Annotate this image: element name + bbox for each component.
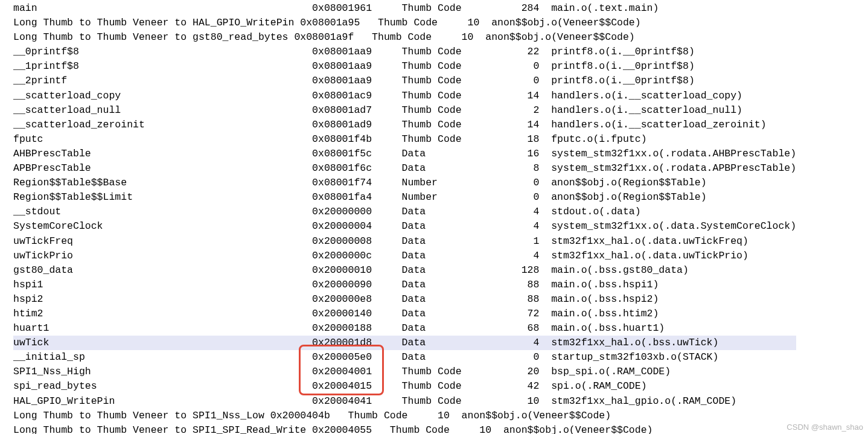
symbol-row: hspi2 0x200000e8 Data 88 main.o(.bss.hsp… bbox=[13, 292, 796, 307]
symbol-row: APBPrescTable 0x08001f6c Data 8 system_s… bbox=[13, 161, 796, 176]
symbol-row: htim2 0x20000140 Data 72 main.o(.bss.hti… bbox=[13, 307, 796, 321]
symbol-row: __scatterload_copy 0x08001ac9 Thumb Code… bbox=[13, 89, 796, 103]
symbol-row: huart1 0x20000188 Data 68 main.o(.bss.hu… bbox=[13, 321, 796, 336]
symbol-row: HAL_GPIO_WritePin 0x20004041 Thumb Code … bbox=[13, 394, 796, 409]
symbol-row: __scatterload_zeroinit 0x08001ad9 Thumb … bbox=[13, 118, 796, 132]
symbol-row: __2printf 0x08001aa9 Thumb Code 0 printf… bbox=[13, 74, 796, 88]
symbol-row: Long Thumb to Thumb Veneer to gst80_read… bbox=[13, 30, 796, 45]
symbol-row: fputc 0x08001f4b Thumb Code 18 fputc.o(i… bbox=[13, 132, 796, 147]
symbol-row: spi_read_bytes 0x20004015 Thumb Code 42 … bbox=[13, 379, 796, 394]
symbol-row: __initial_sp 0x200005e0 Data 0 startup_s… bbox=[13, 350, 796, 365]
symbol-row: Long Thumb to Thumb Veneer to SPI1_Nss_L… bbox=[13, 409, 796, 423]
symbol-row: main 0x08001961 Thumb Code 284 main.o(.t… bbox=[13, 1, 796, 16]
symbol-row: Long Thumb to Thumb Veneer to SPI1_SPI_R… bbox=[13, 423, 796, 434]
symbol-row: gst80_data 0x20000010 Data 128 main.o(.b… bbox=[13, 263, 796, 278]
symbol-row: Long Thumb to Thumb Veneer to HAL_GPIO_W… bbox=[13, 16, 796, 30]
symbol-row: __1printf$8 0x08001aa9 Thumb Code 0 prin… bbox=[13, 59, 796, 74]
symbol-row: uwTick 0x200001d8 Data 4 stm32f1xx_hal.o… bbox=[13, 336, 796, 350]
map-file-view: main 0x08001961 Thumb Code 284 main.o(.t… bbox=[0, 0, 868, 434]
symbol-row: __stdout 0x20000000 Data 4 stdout.o(.dat… bbox=[13, 205, 796, 219]
symbol-row: SPI1_Nss_High 0x20004001 Thumb Code 20 b… bbox=[13, 365, 796, 379]
watermark-text: CSDN @shawn_shao bbox=[787, 423, 863, 432]
symbol-row: uwTickPrio 0x2000000c Data 4 stm32f1xx_h… bbox=[13, 249, 796, 263]
symbol-row: uwTickFreq 0x20000008 Data 1 stm32f1xx_h… bbox=[13, 234, 796, 249]
symbol-listing: main 0x08001961 Thumb Code 284 main.o(.t… bbox=[13, 1, 796, 434]
symbol-row: Region$$Table$$Limit 0x08001fa4 Number 0… bbox=[13, 190, 796, 205]
symbol-row: Region$$Table$$Base 0x08001f74 Number 0 … bbox=[13, 176, 796, 190]
symbol-row: __0printf$8 0x08001aa9 Thumb Code 22 pri… bbox=[13, 45, 796, 59]
symbol-row: hspi1 0x20000090 Data 88 main.o(.bss.hsp… bbox=[13, 278, 796, 292]
symbol-row: AHBPrescTable 0x08001f5c Data 16 system_… bbox=[13, 147, 796, 161]
symbol-row: __scatterload_null 0x08001ad7 Thumb Code… bbox=[13, 103, 796, 118]
symbol-row: SystemCoreClock 0x20000004 Data 4 system… bbox=[13, 219, 796, 234]
